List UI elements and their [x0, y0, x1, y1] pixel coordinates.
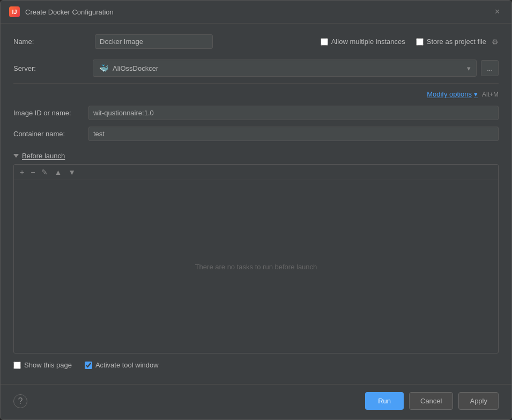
cancel-button[interactable]: Cancel: [409, 392, 453, 410]
dialog-body: Name: Allow multiple instances Store as …: [1, 24, 511, 384]
dialog-footer: ? Run Cancel Apply: [1, 384, 511, 419]
name-input[interactable]: [95, 34, 213, 49]
checkboxes-row: Show this page Activate tool window: [13, 361, 499, 369]
before-launch-header[interactable]: Before launch: [13, 152, 499, 160]
title-bar: IJ Create Docker Configuration ×: [1, 1, 511, 24]
container-name-label: Container name:: [13, 130, 88, 138]
modify-options-row: Modify options ▾ Alt+M: [13, 90, 499, 98]
server-dropdown-left: 🐳 AliOssDockcer: [99, 63, 158, 73]
activate-tool-checkbox[interactable]: [85, 362, 92, 369]
show-page-label[interactable]: Show this page: [13, 361, 72, 369]
modify-options-chevron: ▾: [474, 90, 478, 98]
modify-options-label: Modify options: [427, 90, 472, 98]
allow-multiple-checkbox[interactable]: [321, 38, 328, 46]
before-launch-box: + − ✎ ▲ ▼ There are no tasks to run befo…: [13, 164, 499, 353]
remove-task-button[interactable]: −: [28, 167, 38, 178]
store-project-item: Store as project file ⚙: [416, 38, 499, 46]
store-project-checkbox[interactable]: [416, 38, 424, 46]
store-project-label[interactable]: Store as project file: [427, 38, 486, 46]
activate-tool-label[interactable]: Activate tool window: [85, 361, 159, 369]
image-id-row: Image ID or name:: [13, 106, 499, 120]
name-left: Name:: [13, 34, 213, 49]
dialog-title: Create Docker Configuration: [25, 8, 114, 16]
apply-button[interactable]: Apply: [458, 392, 499, 410]
footer-buttons: Run Cancel Apply: [365, 392, 499, 410]
checkbox-group: Allow multiple instances Store as projec…: [321, 38, 499, 46]
modify-options-shortcut: Alt+M: [482, 91, 499, 98]
server-row: Server: 🐳 AliOssDockcer ▾ ...: [13, 60, 499, 77]
close-button[interactable]: ×: [492, 6, 503, 18]
show-page-checkbox[interactable]: [13, 362, 21, 369]
modify-options-button[interactable]: Modify options ▾: [427, 90, 478, 98]
before-launch-section: Before launch + − ✎ ▲ ▼ There are no tas…: [13, 152, 499, 353]
name-label: Name:: [13, 38, 88, 46]
move-up-button[interactable]: ▲: [51, 167, 64, 178]
dialog: IJ Create Docker Configuration × Name: A…: [0, 0, 512, 420]
before-launch-empty: There are no tasks to run before launch: [14, 180, 498, 353]
image-id-label: Image ID or name:: [13, 109, 88, 117]
image-id-input[interactable]: [88, 106, 499, 120]
allow-multiple-item: Allow multiple instances: [321, 38, 405, 46]
before-launch-toolbar: + − ✎ ▲ ▼: [14, 165, 498, 180]
run-button[interactable]: Run: [365, 392, 404, 410]
gear-icon[interactable]: ⚙: [492, 38, 499, 46]
chevron-down-icon: ▾: [467, 64, 471, 72]
container-name-input[interactable]: [88, 127, 499, 141]
server-value: AliOssDockcer: [113, 64, 158, 72]
triangle-down-icon: [13, 154, 19, 158]
app-icon: IJ: [9, 6, 20, 17]
title-bar-left: IJ Create Docker Configuration: [9, 6, 114, 17]
add-task-button[interactable]: +: [17, 167, 27, 178]
move-down-button[interactable]: ▼: [65, 167, 78, 178]
divider: [13, 83, 499, 84]
server-label: Server:: [13, 64, 88, 72]
before-launch-label: Before launch: [22, 152, 65, 160]
docker-icon: 🐳: [99, 63, 108, 73]
edit-task-button[interactable]: ✎: [39, 167, 50, 178]
container-name-row: Container name:: [13, 127, 499, 141]
server-more-button[interactable]: ...: [481, 60, 499, 76]
name-row: Name: Allow multiple instances Store as …: [13, 34, 499, 49]
help-button[interactable]: ?: [13, 394, 27, 408]
server-dropdown[interactable]: 🐳 AliOssDockcer ▾: [93, 60, 477, 77]
allow-multiple-label[interactable]: Allow multiple instances: [331, 38, 405, 46]
